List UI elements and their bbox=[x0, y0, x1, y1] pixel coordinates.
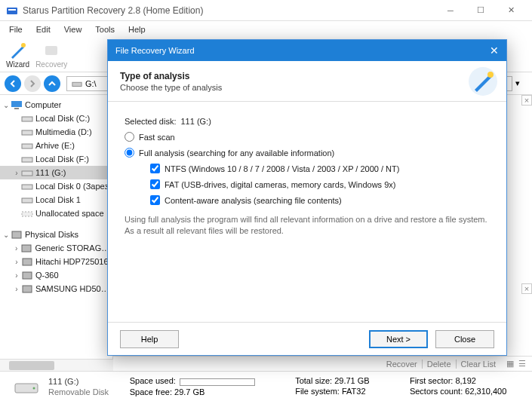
list-toolbar: Recover Delete Clear List ▦ ☰ bbox=[113, 356, 532, 371]
clear-action[interactable]: Clear List bbox=[461, 360, 496, 369]
full-analysis-option[interactable]: Full analysis (searching for any availab… bbox=[125, 148, 490, 158]
tree-item[interactable]: Local Disk (F:) bbox=[0, 152, 112, 166]
expand-icon[interactable]: › bbox=[12, 169, 21, 177]
expand-icon[interactable]: › bbox=[12, 271, 21, 280]
expand-icon[interactable]: › bbox=[12, 285, 21, 293]
tree-item-selected[interactable]: ›111 (G:) bbox=[0, 166, 112, 179]
recovery-icon bbox=[42, 41, 60, 60]
tree-item[interactable]: ›SAMSUNG HD502H bbox=[0, 282, 112, 295]
total-size-label: Total size: bbox=[295, 376, 332, 385]
svg-point-23 bbox=[487, 72, 494, 78]
svg-rect-3 bbox=[45, 46, 57, 55]
fs-label: File system: bbox=[295, 387, 340, 396]
fast-scan-label: Fast scan bbox=[139, 133, 175, 142]
fast-scan-option[interactable]: Fast scan bbox=[125, 132, 490, 142]
disk-icon bbox=[21, 140, 33, 151]
arrow-right-icon bbox=[28, 79, 37, 88]
svg-rect-13 bbox=[22, 198, 32, 203]
app-icon bbox=[6, 5, 18, 17]
panel-close-button[interactable]: × bbox=[521, 95, 532, 106]
tree-item[interactable]: Multimedia (D:) bbox=[0, 125, 112, 139]
collapse-icon[interactable]: ⌄ bbox=[2, 101, 11, 109]
menu-view[interactable]: View bbox=[58, 23, 88, 35]
selected-disk-value: 111 (G:) bbox=[180, 117, 211, 126]
svg-rect-11 bbox=[22, 171, 32, 176]
content-aware-option[interactable]: Content-aware analysis (searching file c… bbox=[150, 195, 490, 205]
fat-option[interactable]: FAT (USB-drives, digital cameras, memory… bbox=[150, 179, 490, 189]
usage-bar bbox=[180, 378, 255, 386]
tree-computer[interactable]: ⌄ Computer bbox=[0, 98, 112, 112]
delete-action[interactable]: Delete bbox=[427, 360, 451, 369]
tree-item[interactable]: ›Q-360 bbox=[0, 268, 112, 282]
tree-physical[interactable]: ⌄ Physical Disks bbox=[0, 228, 112, 241]
menu-help[interactable]: Help bbox=[122, 23, 152, 35]
disk-icon bbox=[21, 181, 33, 191]
expand-icon[interactable]: › bbox=[12, 258, 21, 266]
fat-checkbox[interactable] bbox=[150, 179, 160, 189]
dialog-close-button[interactable]: ✕ bbox=[490, 44, 499, 57]
hdd-icon bbox=[21, 270, 33, 280]
status-disk-name: 111 (G:) bbox=[48, 377, 109, 386]
svg-rect-14 bbox=[22, 212, 32, 216]
ntfs-checkbox[interactable] bbox=[150, 164, 160, 173]
dialog-title: File Recovery Wizard bbox=[115, 46, 195, 55]
close-window-button[interactable]: ✕ bbox=[496, 1, 526, 20]
tree-item[interactable]: Arhive (E:) bbox=[0, 139, 112, 152]
tree-scrollbar[interactable] bbox=[0, 359, 113, 371]
full-analysis-radio[interactable] bbox=[125, 148, 134, 158]
collapse-icon[interactable]: ⌄ bbox=[2, 231, 11, 239]
ntfs-option[interactable]: NTFS (Windows 10 / 8 / 7 / 2008 / Vista … bbox=[150, 164, 490, 173]
svg-rect-18 bbox=[23, 272, 32, 279]
sectors-value: 62,310,400 bbox=[465, 387, 506, 396]
recover-action[interactable]: Recover bbox=[386, 360, 417, 369]
menu-tools[interactable]: Tools bbox=[89, 23, 121, 35]
sectors-label: Sectors count: bbox=[410, 387, 463, 396]
drive-icon bbox=[72, 79, 82, 88]
nav-forward-button[interactable] bbox=[24, 75, 41, 92]
tree-item[interactable]: Local Disk 0 (Зарез bbox=[0, 179, 112, 193]
hdd-icon bbox=[21, 256, 33, 267]
nav-up-button[interactable] bbox=[44, 75, 60, 92]
wand-large-icon bbox=[467, 66, 499, 97]
expand-icon[interactable]: › bbox=[12, 244, 20, 253]
help-button[interactable]: Help bbox=[120, 330, 179, 348]
disk-icon bbox=[21, 127, 33, 137]
tree-item[interactable]: ›Generic STORAGE D bbox=[0, 241, 112, 255]
content-aware-checkbox[interactable] bbox=[150, 195, 160, 205]
svg-rect-8 bbox=[22, 130, 32, 135]
view-list-button[interactable]: ☰ bbox=[518, 359, 526, 369]
svg-rect-12 bbox=[22, 185, 32, 189]
wizard-button[interactable]: Wizard bbox=[6, 41, 29, 69]
disk-icon bbox=[21, 154, 33, 164]
tree-item[interactable]: Unallocated space bbox=[0, 207, 112, 220]
view-icons-button[interactable]: ▦ bbox=[506, 359, 514, 369]
next-button[interactable]: Next > bbox=[369, 330, 428, 348]
space-free-value: 29.7 GB bbox=[174, 387, 204, 396]
address-dropdown-button[interactable]: ▾ bbox=[515, 78, 527, 88]
close-button[interactable]: Close bbox=[435, 330, 494, 348]
recovery-button[interactable]: Recovery bbox=[35, 41, 67, 69]
nav-back-button[interactable] bbox=[5, 75, 21, 92]
hdd-icon bbox=[11, 229, 23, 240]
wand-icon bbox=[9, 41, 27, 60]
disk-icon bbox=[21, 194, 33, 205]
computer-icon bbox=[11, 99, 23, 110]
maximize-button[interactable]: ☐ bbox=[466, 1, 496, 20]
drive-large-icon bbox=[14, 378, 39, 396]
svg-rect-6 bbox=[14, 108, 19, 109]
tree-item[interactable]: Local Disk 1 bbox=[0, 193, 112, 207]
menu-edit[interactable]: Edit bbox=[30, 23, 57, 35]
svg-rect-5 bbox=[11, 101, 22, 107]
panel-close-button[interactable]: × bbox=[521, 283, 532, 294]
fast-scan-radio[interactable] bbox=[125, 132, 134, 142]
minimize-button[interactable]: ─ bbox=[435, 1, 466, 20]
analysis-note: Using full analysis the program will fin… bbox=[125, 214, 490, 237]
menu-file[interactable]: File bbox=[3, 23, 29, 35]
address-text: G:\ bbox=[85, 79, 97, 88]
tree-item[interactable]: ›Hitachi HDP725016 bbox=[0, 255, 112, 268]
status-bar: 111 (G:) Removable Disk Space used: Spac… bbox=[0, 371, 532, 401]
wizard-dialog: File Recovery Wizard ✕ Type of analysis … bbox=[107, 39, 507, 356]
svg-rect-16 bbox=[22, 245, 31, 252]
svg-rect-9 bbox=[22, 144, 32, 148]
tree-item[interactable]: Local Disk (C:) bbox=[0, 112, 112, 125]
